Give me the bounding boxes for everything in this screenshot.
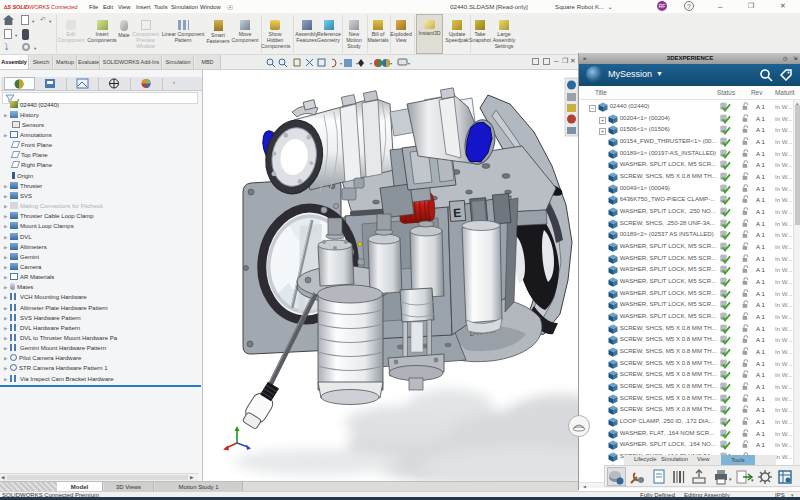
svg-text:▾: ▾ [408,61,410,66]
svg-text:▾: ▾ [370,61,372,66]
svg-text:▾: ▾ [356,61,358,66]
svg-text:▾: ▾ [390,61,392,66]
svg-text:▾: ▾ [340,61,342,66]
svg-text:E: E [453,206,462,221]
svg-text:▾: ▾ [751,477,754,483]
svg-text:▾: ▾ [729,476,732,482]
